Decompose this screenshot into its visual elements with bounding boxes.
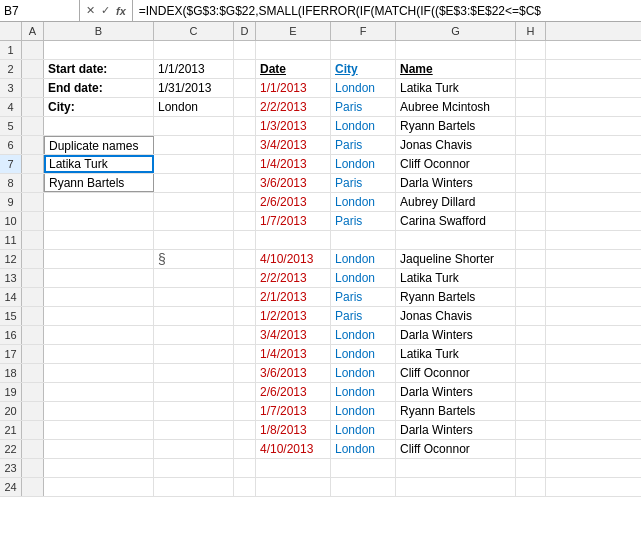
cell-f18[interactable]: London bbox=[331, 364, 396, 382]
cell-f16[interactable]: London bbox=[331, 326, 396, 344]
cell-g2[interactable]: Name bbox=[396, 60, 516, 78]
cell-f23[interactable] bbox=[331, 459, 396, 477]
cell-h19[interactable] bbox=[516, 383, 546, 401]
cell-h17[interactable] bbox=[516, 345, 546, 363]
cell-f7[interactable]: London bbox=[331, 155, 396, 173]
cell-c2[interactable]: 1/1/2013 bbox=[154, 60, 234, 78]
cell-reference-box[interactable]: B7 bbox=[0, 0, 80, 21]
cell-g3[interactable]: Latika Turk bbox=[396, 79, 516, 97]
cell-f10[interactable]: Paris bbox=[331, 212, 396, 230]
cell-a8[interactable] bbox=[22, 174, 44, 192]
cell-b1[interactable] bbox=[44, 41, 154, 59]
cell-a6[interactable] bbox=[22, 136, 44, 154]
cell-h8[interactable] bbox=[516, 174, 546, 192]
cell-c17[interactable] bbox=[154, 345, 234, 363]
cell-c10[interactable] bbox=[154, 212, 234, 230]
cell-e12[interactable]: 4/10/2013 bbox=[256, 250, 331, 268]
cell-h9[interactable] bbox=[516, 193, 546, 211]
cell-f11[interactable] bbox=[331, 231, 396, 249]
cell-a23[interactable] bbox=[22, 459, 44, 477]
cell-g9[interactable]: Aubrey Dillard bbox=[396, 193, 516, 211]
cell-f5[interactable]: London bbox=[331, 117, 396, 135]
cell-d5[interactable] bbox=[234, 117, 256, 135]
cell-b10[interactable] bbox=[44, 212, 154, 230]
cell-h3[interactable] bbox=[516, 79, 546, 97]
cell-b21[interactable] bbox=[44, 421, 154, 439]
cell-h2[interactable] bbox=[516, 60, 546, 78]
cell-a5[interactable] bbox=[22, 117, 44, 135]
cell-b18[interactable] bbox=[44, 364, 154, 382]
cell-e3[interactable]: 1/1/2013 bbox=[256, 79, 331, 97]
cell-d7[interactable] bbox=[234, 155, 256, 173]
cell-a17[interactable] bbox=[22, 345, 44, 363]
cell-g1[interactable] bbox=[396, 41, 516, 59]
cell-h22[interactable] bbox=[516, 440, 546, 458]
cell-c1[interactable] bbox=[154, 41, 234, 59]
cell-h12[interactable] bbox=[516, 250, 546, 268]
cell-d24[interactable] bbox=[234, 478, 256, 496]
cell-g11[interactable] bbox=[396, 231, 516, 249]
cell-h10[interactable] bbox=[516, 212, 546, 230]
cell-a1[interactable] bbox=[22, 41, 44, 59]
cell-e21[interactable]: 1/8/2013 bbox=[256, 421, 331, 439]
cell-f14[interactable]: Paris bbox=[331, 288, 396, 306]
cell-h6[interactable] bbox=[516, 136, 546, 154]
cell-d8[interactable] bbox=[234, 174, 256, 192]
cell-d23[interactable] bbox=[234, 459, 256, 477]
col-header-c[interactable]: C bbox=[154, 22, 234, 40]
cell-g8[interactable]: Darla Winters bbox=[396, 174, 516, 192]
cell-h13[interactable] bbox=[516, 269, 546, 287]
cell-e8[interactable]: 3/6/2013 bbox=[256, 174, 331, 192]
cell-e11[interactable] bbox=[256, 231, 331, 249]
cell-d12[interactable] bbox=[234, 250, 256, 268]
cell-c3[interactable]: 1/31/2013 bbox=[154, 79, 234, 97]
cell-f17[interactable]: London bbox=[331, 345, 396, 363]
cell-g12[interactable]: Jaqueline Shorter bbox=[396, 250, 516, 268]
cell-a4[interactable] bbox=[22, 98, 44, 116]
cell-e5[interactable]: 1/3/2013 bbox=[256, 117, 331, 135]
cell-c4[interactable]: London bbox=[154, 98, 234, 116]
col-header-e[interactable]: E bbox=[256, 22, 331, 40]
cell-d6[interactable] bbox=[234, 136, 256, 154]
cell-d20[interactable] bbox=[234, 402, 256, 420]
cell-b11[interactable] bbox=[44, 231, 154, 249]
cell-b6-dup-header[interactable]: Duplicate names bbox=[44, 136, 154, 154]
cell-h18[interactable] bbox=[516, 364, 546, 382]
cell-f6[interactable]: Paris bbox=[331, 136, 396, 154]
cell-d2[interactable] bbox=[234, 60, 256, 78]
cell-g22[interactable]: Cliff Oconnor bbox=[396, 440, 516, 458]
cell-a12[interactable] bbox=[22, 250, 44, 268]
cell-g14[interactable]: Ryann Bartels bbox=[396, 288, 516, 306]
cell-b15[interactable] bbox=[44, 307, 154, 325]
cell-f1[interactable] bbox=[331, 41, 396, 59]
cancel-icon[interactable]: ✕ bbox=[84, 4, 97, 17]
cell-c13[interactable] bbox=[154, 269, 234, 287]
cell-f20[interactable]: London bbox=[331, 402, 396, 420]
cell-d13[interactable] bbox=[234, 269, 256, 287]
cell-a21[interactable] bbox=[22, 421, 44, 439]
cell-b16[interactable] bbox=[44, 326, 154, 344]
cell-g10[interactable]: Carina Swafford bbox=[396, 212, 516, 230]
cell-g18[interactable]: Cliff Oconnor bbox=[396, 364, 516, 382]
cell-b5[interactable] bbox=[44, 117, 154, 135]
cell-h5[interactable] bbox=[516, 117, 546, 135]
cell-c7[interactable] bbox=[154, 155, 234, 173]
cell-e14[interactable]: 2/1/2013 bbox=[256, 288, 331, 306]
cell-e17[interactable]: 1/4/2013 bbox=[256, 345, 331, 363]
cell-b14[interactable] bbox=[44, 288, 154, 306]
cell-e6[interactable]: 3/4/2013 bbox=[256, 136, 331, 154]
cell-e19[interactable]: 2/6/2013 bbox=[256, 383, 331, 401]
cell-e9[interactable]: 2/6/2013 bbox=[256, 193, 331, 211]
cell-h23[interactable] bbox=[516, 459, 546, 477]
cell-d21[interactable] bbox=[234, 421, 256, 439]
cell-e20[interactable]: 1/7/2013 bbox=[256, 402, 331, 420]
cell-h15[interactable] bbox=[516, 307, 546, 325]
cell-f22[interactable]: London bbox=[331, 440, 396, 458]
cell-e18[interactable]: 3/6/2013 bbox=[256, 364, 331, 382]
cell-b19[interactable] bbox=[44, 383, 154, 401]
cell-b20[interactable] bbox=[44, 402, 154, 420]
cell-d9[interactable] bbox=[234, 193, 256, 211]
cell-g20[interactable]: Ryann Bartels bbox=[396, 402, 516, 420]
cell-c14[interactable] bbox=[154, 288, 234, 306]
cell-c5[interactable] bbox=[154, 117, 234, 135]
